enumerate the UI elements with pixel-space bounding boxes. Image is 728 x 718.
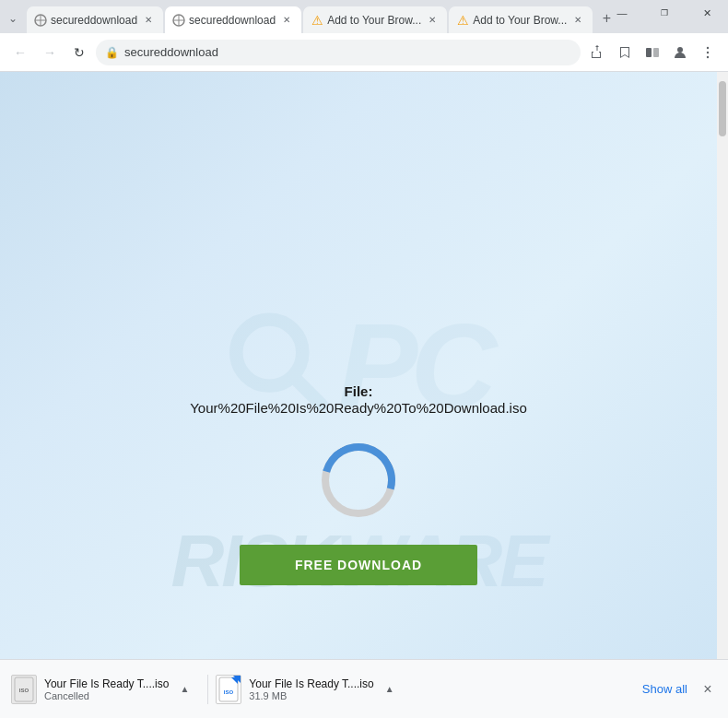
- spinner-arc: [308, 430, 408, 530]
- download-bar-close[interactable]: ×: [699, 680, 717, 699]
- page-area: PC RISK WARE File: Your%20File%20Is%20Re…: [0, 72, 728, 659]
- file-info: File: Your%20File%20Is%20Ready%20To%20Do…: [190, 383, 527, 416]
- file-label: File:: [345, 383, 373, 399]
- page-content: File: Your%20File%20Is%20Ready%20To%20Do…: [0, 72, 717, 659]
- tab-overflow-btn[interactable]: ⌄: [0, 6, 26, 31]
- address-text: secureddownload: [124, 45, 571, 59]
- reload-button[interactable]: ↻: [66, 40, 92, 65]
- tab-3[interactable]: ⚠ Add to Your Brow... ✕: [302, 6, 448, 33]
- tab-1-title: secureddownload: [51, 14, 137, 27]
- bookmark-icon[interactable]: [612, 40, 638, 65]
- restore-button[interactable]: ❐: [643, 0, 686, 26]
- download-item-2-info: Your File Is Ready T....iso 31.9 MB: [249, 677, 373, 701]
- window-controls: — ❐ ✕: [601, 0, 728, 26]
- download-item-1: ISO Your File Is Ready T....iso Cancelle…: [11, 675, 208, 704]
- download-item-2: ISO Your File Is Ready T....iso 31.9 MB …: [216, 675, 397, 704]
- back-button[interactable]: ←: [7, 40, 33, 65]
- svg-point-11: [707, 55, 709, 57]
- show-all-button[interactable]: Show all: [642, 682, 687, 696]
- tab-1-favicon: [34, 14, 47, 27]
- loading-spinner: [322, 443, 395, 517]
- download-item-2-chevron[interactable]: ▲: [382, 680, 398, 698]
- tab-1-close[interactable]: ✕: [141, 13, 156, 28]
- svg-rect-7: [653, 48, 659, 57]
- tab-groups-icon[interactable]: [640, 40, 665, 65]
- tab-3-close[interactable]: ✕: [425, 13, 440, 28]
- download-item-1-status: Cancelled: [44, 690, 169, 701]
- tab-2-close[interactable]: ✕: [279, 13, 294, 28]
- menu-icon[interactable]: [695, 40, 721, 65]
- tab-2-title: secureddownload: [189, 14, 276, 27]
- tab-4-close[interactable]: ✕: [570, 13, 585, 28]
- svg-text:ISO: ISO: [224, 689, 234, 695]
- scrollbar[interactable]: [717, 72, 728, 659]
- free-download-button[interactable]: FREE DOWNLOAD: [240, 545, 477, 585]
- toolbar: ← → ↻ 🔒 secureddownload: [0, 33, 728, 72]
- tab-2[interactable]: secureddownload ✕: [164, 6, 302, 33]
- download-bar-right: Show all ×: [642, 680, 717, 699]
- tab-1[interactable]: secureddownload ✕: [26, 6, 164, 33]
- toolbar-right: [584, 40, 721, 65]
- lock-icon: 🔒: [105, 46, 119, 59]
- file-name: Your%20File%20Is%20Ready%20To%20Download…: [190, 400, 527, 416]
- download-item-1-icon: ISO: [11, 675, 37, 704]
- browser-frame: ⌄ secureddownload ✕ secureddownload ✕ ⚠ …: [0, 0, 728, 718]
- webpage: PC RISK WARE File: Your%20File%20Is%20Re…: [0, 72, 717, 659]
- download-item-1-chevron[interactable]: ▲: [176, 680, 193, 698]
- profile-icon[interactable]: [667, 40, 693, 65]
- scrollbar-thumb[interactable]: [719, 81, 726, 136]
- tab-3-favicon: ⚠: [311, 14, 323, 27]
- tab-4-title: Add to Your Brow...: [473, 14, 567, 27]
- download-item-2-name: Your File Is Ready T....iso: [249, 677, 373, 690]
- svg-marker-17: [231, 677, 238, 684]
- svg-point-8: [677, 47, 683, 53]
- svg-text:ISO: ISO: [19, 688, 29, 693]
- svg-point-9: [707, 46, 709, 48]
- forward-button[interactable]: →: [37, 40, 63, 65]
- tab-3-title: Add to Your Brow...: [327, 14, 421, 27]
- tab-2-favicon: [172, 14, 185, 27]
- tab-4[interactable]: ⚠ Add to Your Brow... ✕: [448, 6, 593, 33]
- svg-rect-6: [646, 48, 652, 57]
- download-item-1-name: Your File Is Ready T....iso: [44, 677, 169, 690]
- tab-bar: ⌄ secureddownload ✕ secureddownload ✕ ⚠ …: [0, 0, 728, 33]
- download-item-2-size: 31.9 MB: [249, 690, 373, 701]
- download-item-1-info: Your File Is Ready T....iso Cancelled: [44, 677, 169, 701]
- share-icon[interactable]: [584, 40, 610, 65]
- svg-point-10: [707, 51, 709, 53]
- address-bar[interactable]: 🔒 secureddownload: [96, 40, 581, 65]
- download-bar: ISO Your File Is Ready T....iso Cancelle…: [0, 659, 728, 718]
- minimize-button[interactable]: —: [601, 0, 643, 26]
- tab-4-favicon: ⚠: [456, 14, 469, 27]
- file-icon-2: ISO: [216, 675, 241, 704]
- download-item-2-icon: ISO: [216, 675, 241, 704]
- close-button[interactable]: ✕: [686, 0, 728, 26]
- file-icon-1: ISO: [11, 675, 37, 704]
